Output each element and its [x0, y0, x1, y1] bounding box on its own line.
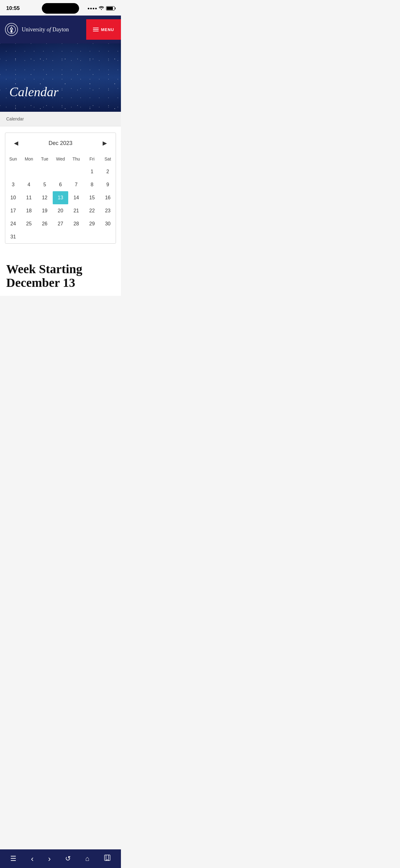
calendar-row: 31: [5, 230, 116, 243]
calendar-day[interactable]: 30: [100, 217, 116, 230]
day-header-sat: Sat: [100, 153, 116, 165]
wifi-icon: [99, 6, 104, 11]
calendar-day[interactable]: 10: [5, 191, 21, 204]
breadcrumb-text: Calendar: [6, 116, 24, 121]
week-title: Week Starting December 13: [6, 262, 115, 290]
calendar-row: 3456789: [5, 178, 116, 191]
calendar-row: 24252627282930: [5, 217, 116, 230]
calendar-widget: ◀ Dec 2023 ▶ Sun Mon Tue Wed Thu Fri Sat…: [5, 132, 116, 244]
calendar-day[interactable]: 4: [21, 178, 37, 191]
calendar-day[interactable]: 27: [53, 217, 69, 230]
calendar-day[interactable]: 2: [100, 165, 116, 178]
svg-rect-1: [10, 30, 12, 33]
calendar-day[interactable]: 14: [68, 191, 84, 204]
menu-label: MENU: [101, 27, 114, 32]
calendar-day[interactable]: 22: [84, 204, 100, 217]
calendar-day[interactable]: 11: [21, 191, 37, 204]
svg-rect-4: [11, 29, 12, 30]
calendar-day[interactable]: 20: [53, 204, 69, 217]
day-header-wed: Wed: [53, 153, 69, 165]
signal-icon: [88, 8, 97, 9]
calendar-empty: [21, 165, 37, 178]
hero-section: Calendar: [0, 43, 121, 112]
hero-title: Calendar: [9, 85, 59, 99]
calendar-empty: [37, 230, 53, 243]
day-header-thu: Thu: [68, 153, 84, 165]
calendar-day[interactable]: 31: [5, 230, 21, 243]
calendar-day[interactable]: 29: [84, 217, 100, 230]
calendar-day[interactable]: 23: [100, 204, 116, 217]
menu-button[interactable]: MENU: [86, 19, 121, 40]
calendar-day[interactable]: 3: [5, 178, 21, 191]
calendar-day[interactable]: 26: [37, 217, 53, 230]
next-month-button[interactable]: ▶: [100, 138, 109, 148]
calendar-day[interactable]: 8: [84, 178, 100, 191]
calendar-day[interactable]: 13: [53, 191, 69, 204]
calendar-empty: [21, 230, 37, 243]
calendar-day[interactable]: 18: [21, 204, 37, 217]
calendar-day[interactable]: 5: [37, 178, 53, 191]
university-logo: [5, 23, 18, 36]
calendar-day[interactable]: 7: [68, 178, 84, 191]
logo-area[interactable]: University of Dayton: [5, 23, 69, 36]
calendar-empty: [100, 230, 116, 243]
day-header-tue: Tue: [37, 153, 53, 165]
calendar-day-headers: Sun Mon Tue Wed Thu Fri Sat: [5, 153, 116, 165]
hero-stars: [0, 43, 121, 112]
calendar-day[interactable]: 9: [100, 178, 116, 191]
calendar-month-title: Dec 2023: [48, 140, 72, 147]
calendar-row: 10111213141516: [5, 191, 116, 204]
day-header-sun: Sun: [5, 153, 21, 165]
calendar-day[interactable]: 17: [5, 204, 21, 217]
status-icons: [88, 6, 115, 11]
calendar-section: ◀ Dec 2023 ▶ Sun Mon Tue Wed Thu Fri Sat…: [0, 126, 121, 253]
calendar-empty: [84, 230, 100, 243]
day-header-fri: Fri: [84, 153, 100, 165]
status-bar: 10:55: [0, 0, 121, 16]
calendar-empty: [68, 230, 84, 243]
hamburger-icon: [93, 28, 99, 31]
calendar-day[interactable]: 21: [68, 204, 84, 217]
calendar-day[interactable]: 15: [84, 191, 100, 204]
calendar-header: ◀ Dec 2023 ▶: [5, 133, 116, 153]
dynamic-island: [42, 3, 79, 14]
calendar-grid: Sun Mon Tue Wed Thu Fri Sat 123456789101…: [5, 153, 116, 243]
calendar-day[interactable]: 1: [84, 165, 100, 178]
battery-icon: [106, 6, 115, 10]
calendar-day[interactable]: 6: [53, 178, 69, 191]
breadcrumb: Calendar: [0, 112, 121, 126]
calendar-empty: [5, 165, 21, 178]
site-header: University of Dayton MENU: [0, 16, 121, 43]
calendar-day[interactable]: 12: [37, 191, 53, 204]
calendar-empty: [53, 230, 69, 243]
calendar-day[interactable]: 25: [21, 217, 37, 230]
prev-month-button[interactable]: ◀: [11, 138, 21, 148]
calendar-row: 12: [5, 165, 116, 178]
calendar-row: 17181920212223: [5, 204, 116, 217]
calendar-day[interactable]: 19: [37, 204, 53, 217]
status-time: 10:55: [6, 5, 20, 11]
day-header-mon: Mon: [21, 153, 37, 165]
calendar-empty: [53, 165, 69, 178]
svg-point-3: [11, 28, 12, 29]
calendar-day[interactable]: 28: [68, 217, 84, 230]
calendar-empty: [37, 165, 53, 178]
calendar-empty: [68, 165, 84, 178]
calendar-day[interactable]: 16: [100, 191, 116, 204]
week-section: Week Starting December 13: [0, 253, 121, 296]
university-name: University of Dayton: [22, 26, 69, 33]
calendar-day[interactable]: 24: [5, 217, 21, 230]
